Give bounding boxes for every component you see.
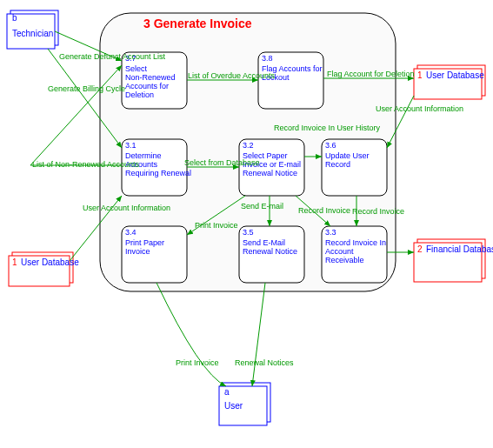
process-3-5: 3.5 Send E-Mail Renewal Notice (239, 226, 304, 283)
svg-text:Select: Select (125, 64, 148, 73)
svg-text:Invoice: Invoice (125, 247, 150, 256)
svg-text:Send E-mail: Send E-mail (241, 202, 283, 211)
svg-text:2: 2 (417, 244, 423, 254)
svg-text:Select from Database: Select from Database (184, 158, 260, 167)
external-user-db-right: 1 User Database (414, 65, 485, 99)
svg-text:Financial Database: Financial Database (426, 244, 493, 254)
svg-text:1: 1 (417, 70, 423, 80)
svg-text:User Database: User Database (426, 70, 484, 80)
svg-text:Deletion: Deletion (125, 90, 154, 99)
svg-text:Technician: Technician (12, 29, 53, 38)
svg-text:List of Non-Renewed Accounts: List of Non-Renewed Accounts (32, 160, 140, 169)
svg-text:User: User (224, 401, 243, 411)
svg-text:3.2: 3.2 (243, 141, 254, 150)
process-3-6: 3.6 Update User Record (322, 139, 387, 196)
svg-text:Determine: Determine (125, 151, 162, 160)
svg-text:3.5: 3.5 (243, 228, 254, 237)
svg-text:Renewal Notices: Renewal Notices (235, 358, 294, 367)
svg-text:3.6: 3.6 (325, 141, 336, 150)
svg-text:3.4: 3.4 (125, 228, 137, 237)
external-technician: b Technician (7, 10, 58, 49)
svg-text:Print Invoice: Print Invoice (195, 221, 238, 230)
flow-renewal-user (252, 283, 265, 386)
process-3-3: 3.3 Record Invoice In Account Receivable (322, 226, 387, 283)
svg-text:3.3: 3.3 (325, 228, 336, 237)
svg-text:3.8: 3.8 (262, 54, 273, 63)
svg-text:Accounts for: Accounts for (125, 82, 169, 90)
process-3-4: 3.4 Print Paper Invoice (122, 226, 187, 283)
svg-text:Record Invoice: Record Invoice (298, 206, 350, 215)
svg-text:Renewal Notice: Renewal Notice (243, 169, 297, 177)
svg-text:1: 1 (12, 257, 17, 267)
svg-text:User Account Information: User Account Information (83, 204, 170, 212)
process-3-2: 3.2 Select Paper Invoice or E-mail Renew… (239, 139, 304, 196)
svg-text:Requiring Renewal: Requiring Renewal (125, 169, 191, 177)
svg-text:Update User: Update User (325, 151, 370, 160)
svg-text:Renewal Notice: Renewal Notice (243, 247, 297, 256)
svg-text:Record: Record (325, 160, 350, 169)
svg-text:User Account Information: User Account Information (376, 104, 463, 113)
svg-text:Print Invoice: Print Invoice (176, 358, 219, 367)
svg-text:Record Invoice In: Record Invoice In (325, 238, 386, 247)
svg-text:Record Invoice: Record Invoice (352, 207, 404, 216)
svg-text:Record Invoice In User History: Record Invoice In User History (274, 124, 381, 132)
main-process-title: 3 Generate Invoice (143, 17, 252, 30)
svg-text:3.1: 3.1 (125, 141, 137, 150)
svg-text:Account: Account (325, 247, 354, 256)
external-user-db-left: 1 User Database (9, 252, 79, 286)
external-financial-db: 2 Financial Database (414, 239, 493, 282)
svg-text:a: a (224, 387, 230, 397)
external-user: a User (219, 383, 270, 425)
process-3-8: 3.8 Flag Accounts for Lockout (258, 52, 323, 109)
svg-text:Print Paper: Print Paper (125, 238, 164, 247)
svg-text:Generate Defunct Account List: Generate Defunct Account List (59, 52, 166, 61)
svg-text:b: b (12, 13, 17, 23)
svg-text:Flag Account for Deletion: Flag Account for Deletion (327, 70, 415, 78)
svg-text:Receivable: Receivable (325, 256, 364, 264)
dfd-diagram: 3 Generate Invoice b Technician 1 User D… (0, 0, 493, 448)
flow-print-inv-user (157, 283, 226, 386)
svg-text:Non-Renewed: Non-Renewed (125, 73, 176, 82)
svg-text:Generate Billing Cycle: Generate Billing Cycle (48, 84, 125, 93)
svg-text:List of Overdue Accounts: List of Overdue Accounts (188, 71, 276, 80)
svg-text:User Database: User Database (21, 257, 79, 267)
svg-text:Send E-Mail: Send E-Mail (243, 238, 285, 247)
